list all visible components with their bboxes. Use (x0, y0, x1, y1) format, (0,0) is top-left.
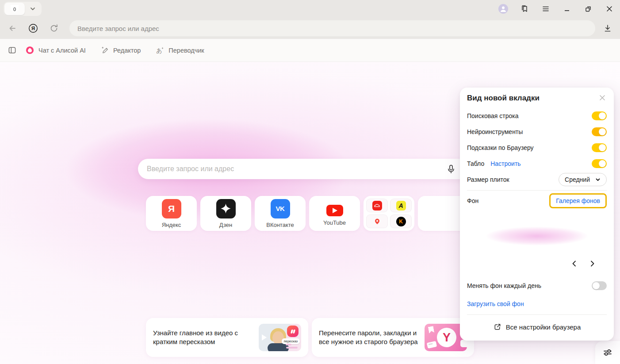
mini-tile-drive[interactable] (366, 199, 388, 212)
play-icon (262, 334, 267, 341)
setting-label: Размер плиток (467, 176, 509, 183)
sliders-icon (602, 347, 613, 358)
tile-vk[interactable]: VK ВКонтакте (255, 196, 306, 231)
editor-label: Редактор (113, 47, 141, 54)
next-background-button[interactable] (587, 259, 597, 269)
background-preview[interactable] (467, 215, 607, 253)
bookmarks-button[interactable] (520, 4, 529, 14)
tile-youtube[interactable]: YouTube (309, 196, 360, 231)
all-settings-button[interactable]: Все настройки браузера (467, 315, 607, 339)
translator-button[interactable]: あ Переводчик (156, 46, 204, 55)
svg-text:あ: あ (157, 47, 162, 54)
panel-close-button[interactable] (598, 94, 607, 103)
toggle-daily-background[interactable] (592, 281, 607, 290)
setting-label: Подсказки по Браузеру (467, 144, 534, 151)
gallery-highlight-box: Галерея фонов (549, 193, 607, 208)
alice-icon (25, 46, 34, 55)
tab-list-button[interactable] (25, 3, 41, 15)
background-carousel-nav (467, 259, 607, 272)
setting-row-background: Фон Галерея фонов (467, 191, 607, 211)
all-settings-label: Все настройки браузера (506, 323, 581, 331)
setting-label: Менять фон каждый день (467, 282, 541, 289)
chevron-down-icon (595, 177, 601, 182)
browser-toolbar: Я (0, 18, 620, 39)
address-bar-input[interactable] (69, 20, 595, 36)
close-icon (605, 4, 614, 13)
bookmarks-bar: Чат с Алисой AI Редактор あ Переводчик (0, 39, 620, 62)
card-shape (427, 341, 437, 349)
tile-yandex[interactable]: Я Яндекс (146, 196, 197, 231)
hamburger-icon (541, 4, 550, 13)
tile-label: YouTube (323, 219, 346, 226)
alice-chat-button[interactable]: Чат с Алисой AI (25, 46, 86, 55)
alice-chat-label: Чат с Алисой AI (38, 47, 86, 54)
yandex-logo-icon: Я (28, 23, 38, 34)
promo-card-import[interactable]: Перенесите пароли, закладки и все нужное… (312, 318, 474, 357)
map-pin-icon (374, 218, 381, 225)
promo-text: Перенесите пароли, закладки и все нужное… (319, 329, 421, 346)
close-window-button[interactable] (605, 4, 614, 14)
back-button[interactable] (7, 23, 18, 34)
downloads-button[interactable] (602, 23, 613, 34)
tile-group-grid: A K (366, 199, 412, 228)
protect-shield-badge: 0 (11, 5, 19, 13)
window-controls (498, 0, 614, 18)
toggle-tablo[interactable] (592, 159, 607, 168)
menu-button[interactable] (541, 4, 551, 14)
setting-row-browser-tips: Подсказки по Браузеру (467, 140, 607, 156)
search-bar (138, 159, 474, 179)
user-icon (498, 4, 508, 14)
toggle-neuro-tools[interactable] (592, 127, 607, 136)
dashboard-tiles: Я Яндекс Дзен VK ВКонтакте YouTube (146, 196, 469, 231)
bookmark-shape (428, 326, 434, 333)
setting-row-tablo: Табло Настроить (467, 156, 607, 172)
minimize-button[interactable] (562, 4, 572, 14)
profile-button[interactable] (498, 4, 508, 14)
setting-row-search-bar: Поисковая строка (467, 108, 607, 124)
translator-icon: あ (156, 46, 165, 55)
promo-card-video-summary[interactable]: Узнайте главное из видео с кратким перес… (146, 318, 308, 357)
window-titlebar: 0 (0, 0, 620, 18)
play-icon (333, 208, 337, 213)
voice-search-button[interactable] (446, 164, 456, 174)
search-input[interactable] (147, 165, 465, 173)
tile-dzen[interactable]: Дзен (200, 196, 251, 231)
browser-tab[interactable]: 0 (4, 3, 25, 15)
toggle-search-bar[interactable] (592, 111, 607, 120)
refresh-button[interactable] (49, 23, 59, 34)
sidebar-toggle-button[interactable] (8, 46, 16, 54)
setting-row-tile-size: Размер плиток Средний (467, 172, 607, 188)
mini-tile-maps[interactable] (366, 215, 388, 228)
prev-background-button[interactable] (570, 259, 579, 269)
dashboard-settings-button[interactable] (595, 341, 620, 364)
refresh-icon (49, 23, 59, 33)
yandex-browser-logo: Y (437, 328, 456, 347)
yandex-logo-button[interactable]: Я (28, 23, 38, 34)
tablo-configure-link[interactable]: Настроить (490, 160, 520, 167)
toggle-browser-tips[interactable] (592, 143, 607, 152)
bookmarks-icon (520, 4, 529, 13)
panel-header: Вид новой вкладки (467, 88, 607, 108)
maximize-button[interactable] (583, 4, 593, 14)
tile-size-value: Средний (565, 176, 590, 183)
tile-size-select[interactable]: Средний (559, 173, 607, 186)
setting-row-neuro-tools: Нейроинструменты (467, 124, 607, 140)
upload-background-link[interactable]: Загрузить свой фон (467, 298, 607, 310)
download-icon (603, 23, 612, 33)
tile-label: Яндекс (162, 222, 181, 228)
editor-button[interactable]: Редактор (101, 46, 141, 54)
chevron-right-icon (588, 260, 596, 268)
tile-label: ВКонтакте (266, 222, 294, 228)
sidebar-icon (8, 46, 16, 54)
pencil-icon (101, 46, 109, 54)
mini-tile-kinopoisk[interactable]: K (390, 215, 412, 228)
background-gallery-link[interactable]: Галерея фонов (556, 197, 600, 204)
tile-group[interactable]: A K (364, 196, 414, 231)
tile-label: Дзен (219, 222, 232, 228)
dzen-star-icon (220, 203, 232, 215)
translator-label: Переводчик (168, 47, 204, 54)
avatar (498, 4, 508, 14)
close-icon (599, 94, 606, 101)
setting-label: Нейроинструменты (467, 128, 523, 135)
mini-tile-avito[interactable]: A (390, 199, 412, 212)
